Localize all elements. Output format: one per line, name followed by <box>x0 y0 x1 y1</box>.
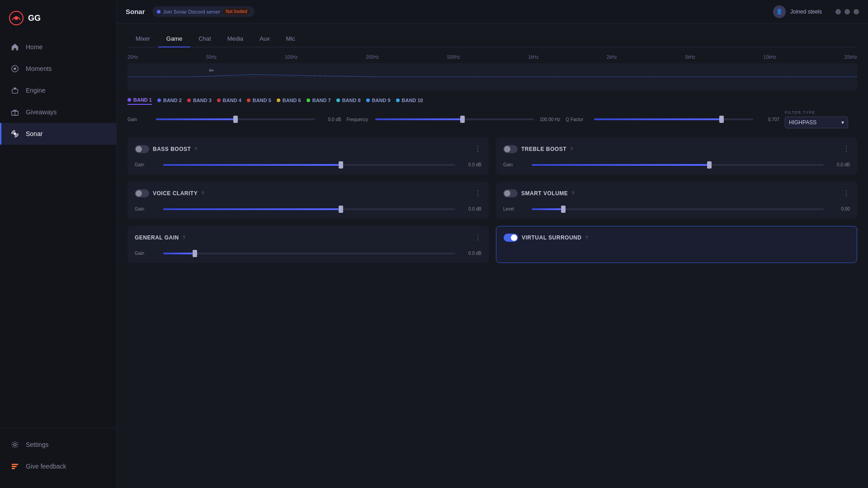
tab-game[interactable]: Game <box>158 31 190 47</box>
filter-type-select[interactable]: HIGHPASS ▾ <box>785 117 848 128</box>
tab-media[interactable]: Media <box>219 31 251 47</box>
smart-volume-value: 0.00 <box>827 206 850 211</box>
band-2-label: BAND 2 <box>163 98 182 103</box>
general-gain-label: Gain <box>135 251 160 256</box>
smart-volume-fill <box>532 208 561 210</box>
bass-boost-toggle[interactable] <box>135 145 149 153</box>
svg-rect-4 <box>12 89 18 93</box>
frequency-slider[interactable] <box>375 118 534 120</box>
freq-10khz: 10kHz <box>764 55 776 60</box>
sidebar-item-home[interactable]: Home <box>0 36 116 58</box>
gain-fill <box>156 118 236 120</box>
sidebar-item-sonar[interactable]: Sonar <box>0 123 116 145</box>
voice-clarity-thumb[interactable] <box>339 206 343 213</box>
band-5-button[interactable]: BAND 5 <box>247 96 271 104</box>
general-gain-help-icon[interactable]: ? <box>183 235 185 240</box>
voice-clarity-toggle[interactable] <box>135 189 149 197</box>
voice-clarity-help-icon[interactable]: ? <box>201 191 204 196</box>
svg-point-7 <box>14 132 16 135</box>
treble-boost-toggle[interactable] <box>503 145 518 153</box>
tab-aux[interactable]: Aux <box>251 31 278 47</box>
virtual-surround-toggle[interactable] <box>504 234 518 242</box>
virtual-surround-help-icon[interactable]: ? <box>585 235 588 240</box>
band-7-button[interactable]: BAND 7 <box>307 96 331 104</box>
bass-boost-menu-icon[interactable]: ⋮ <box>474 145 481 153</box>
treble-boost-slider[interactable] <box>532 164 824 166</box>
freq-100hz: 100Hz <box>285 55 298 60</box>
general-gain-row: Gain 0.0 dB <box>135 251 481 256</box>
band-2-dot <box>157 99 161 102</box>
band-9-button[interactable]: BAND 9 <box>366 96 391 104</box>
effects-grid: BASS BOOST ? ⋮ Gain 0.0 dB <box>127 137 857 263</box>
sidebar-item-settings[interactable]: Settings <box>0 434 116 455</box>
general-gain-thumb[interactable] <box>193 250 197 257</box>
voice-clarity-menu-icon[interactable]: ⋮ <box>474 189 481 197</box>
band-2-button[interactable]: BAND 2 <box>157 96 182 104</box>
treble-boost-panel: TREBLE BOOST ? ⋮ Gain 0.0 dB <box>496 137 857 174</box>
band-8-button[interactable]: BAND 8 <box>336 96 361 104</box>
maximize-button[interactable] <box>844 9 850 14</box>
q-factor-control: Q Factor 0.707 <box>566 117 779 122</box>
band-3-button[interactable]: BAND 3 <box>187 96 212 104</box>
virtual-surround-header: VIRTUAL SURROUND ? <box>504 234 849 242</box>
close-button[interactable] <box>854 9 859 14</box>
treble-boost-thumb[interactable] <box>707 161 712 169</box>
treble-boost-title-row: TREBLE BOOST ? <box>503 145 573 153</box>
band-4-button[interactable]: BAND 4 <box>217 96 241 104</box>
feedback-icon <box>10 462 19 471</box>
smart-volume-toggle[interactable] <box>503 189 518 197</box>
q-factor-thumb[interactable] <box>719 116 724 123</box>
gain-thumb[interactable] <box>233 116 238 123</box>
band-1-button[interactable]: BAND 1 <box>127 96 152 105</box>
gain-slider[interactable] <box>156 118 315 120</box>
frequency-thumb[interactable] <box>460 116 465 123</box>
band-10-button[interactable]: BAND 10 <box>396 96 423 104</box>
smart-volume-slider[interactable] <box>532 208 824 210</box>
smart-volume-toggle-knob <box>504 190 510 197</box>
bass-boost-thumb[interactable] <box>339 161 343 169</box>
voice-clarity-slider[interactable] <box>163 208 455 210</box>
band-7-label: BAND 7 <box>312 98 331 103</box>
content-area: Mixer Game Chat Media Aux Mic 20Hz 50Hz … <box>117 23 868 488</box>
band-4-label: BAND 4 <box>223 98 241 103</box>
bass-boost-help-icon[interactable]: ? <box>194 146 197 152</box>
sidebar-item-feedback[interactable]: Give feedback <box>0 455 116 477</box>
smart-volume-menu-icon[interactable]: ⋮ <box>843 189 850 197</box>
smart-volume-help-icon[interactable]: ? <box>571 191 574 196</box>
virtual-surround-name: VIRTUAL SURROUND <box>522 235 581 241</box>
discord-badge[interactable]: Join Sonar Discord server Not Invited <box>152 6 255 17</box>
gain-control: Gain 0.0 dB <box>127 117 341 122</box>
smart-volume-thumb[interactable] <box>561 206 566 213</box>
tab-mixer[interactable]: Mixer <box>127 31 158 47</box>
freq-200hz: 200Hz <box>366 55 379 60</box>
general-gain-menu-icon[interactable]: ⋮ <box>474 233 481 242</box>
sidebar-logo: GG <box>0 5 116 36</box>
general-gain-value: 0.0 dB <box>459 251 481 256</box>
eq-chart[interactable]: ✏ <box>127 63 857 90</box>
filter-type-chevron-icon: ▾ <box>841 119 844 126</box>
smart-volume-gain-row: Level 0.00 <box>503 206 850 211</box>
general-gain-fill <box>163 253 193 254</box>
page-title: Sonar <box>126 8 145 15</box>
general-gain-slider[interactable] <box>163 253 455 254</box>
tab-mic[interactable]: Mic <box>278 31 303 47</box>
tabs-bar: Mixer Game Chat Media Aux Mic <box>127 31 857 47</box>
bass-boost-toggle-knob <box>136 146 142 152</box>
q-factor-slider[interactable] <box>594 118 753 120</box>
tab-chat[interactable]: Chat <box>190 31 219 47</box>
sonar-icon <box>10 129 19 138</box>
treble-boost-menu-icon[interactable]: ⋮ <box>843 145 850 153</box>
engine-icon <box>10 86 19 95</box>
sidebar-item-giveaways[interactable]: Giveaways <box>0 101 116 123</box>
svg-point-1 <box>14 16 18 20</box>
treble-boost-name: TREBLE BOOST <box>521 146 566 152</box>
sidebar-item-engine[interactable]: Engine <box>0 80 116 101</box>
sidebar-item-moments[interactable]: Moments <box>0 58 116 80</box>
voice-clarity-gain-label: Gain <box>135 206 160 211</box>
frequency-control: Frequency 100.00 Hz <box>347 117 561 122</box>
bass-boost-slider[interactable] <box>163 164 455 166</box>
treble-boost-help-icon[interactable]: ? <box>570 146 573 152</box>
band-5-dot <box>247 99 250 102</box>
minimize-button[interactable] <box>835 9 841 14</box>
band-6-button[interactable]: BAND 6 <box>277 96 301 104</box>
